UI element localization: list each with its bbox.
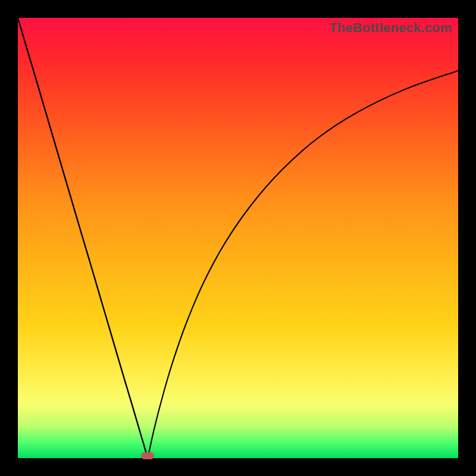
curve-svg xyxy=(18,18,458,458)
curve-left xyxy=(18,18,148,458)
chart-container: TheBottleneck.com xyxy=(0,0,476,476)
plot-area: TheBottleneck.com xyxy=(18,18,458,458)
min-marker xyxy=(141,452,154,459)
curve-right xyxy=(148,71,458,458)
